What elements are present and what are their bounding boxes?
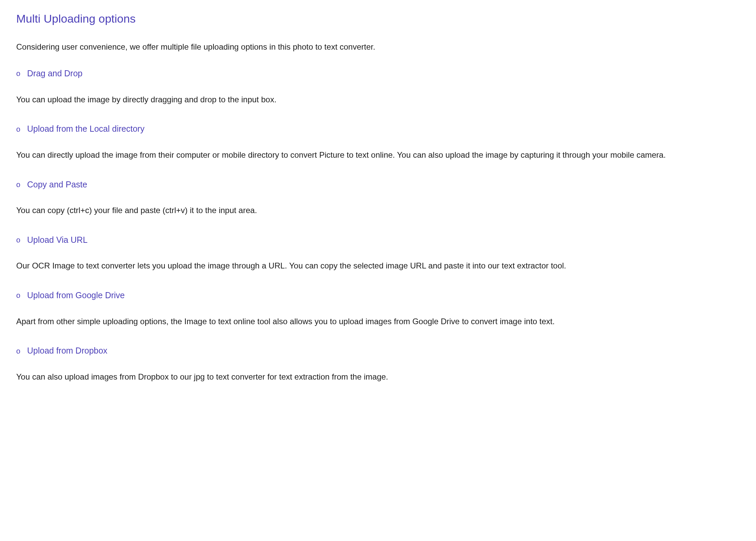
sub-heading-text: Upload Via URL bbox=[27, 234, 87, 247]
sub-heading: o Upload from the Local directory bbox=[16, 123, 740, 135]
body-paragraph: You can upload the image by directly dra… bbox=[16, 91, 740, 109]
body-paragraph: You can copy (ctrl+c) your file and past… bbox=[16, 202, 740, 220]
subsection-upload-url: o Upload Via URL Our OCR Image to text c… bbox=[16, 234, 740, 275]
sub-heading-text: Copy and Paste bbox=[27, 178, 87, 191]
sub-heading: o Upload from Google Drive bbox=[16, 289, 740, 302]
sub-heading-text: Upload from Dropbox bbox=[27, 344, 107, 357]
bullet-icon: o bbox=[16, 179, 20, 190]
subsection-drag-drop: o Drag and Drop You can upload the image… bbox=[16, 67, 740, 108]
bullet-icon: o bbox=[16, 124, 20, 135]
sub-heading: o Drag and Drop bbox=[16, 67, 740, 80]
main-heading: Multi Uploading options bbox=[16, 10, 740, 27]
sub-heading: o Upload Via URL bbox=[16, 234, 740, 247]
body-paragraph: You can also upload images from Dropbox … bbox=[16, 368, 740, 386]
body-paragraph: You can directly upload the image from t… bbox=[16, 146, 740, 164]
sub-heading: o Upload from Dropbox bbox=[16, 344, 740, 357]
bullet-icon: o bbox=[16, 68, 20, 79]
subsection-copy-paste: o Copy and Paste You can copy (ctrl+c) y… bbox=[16, 178, 740, 220]
bullet-icon: o bbox=[16, 345, 20, 357]
sub-heading-text: Upload from the Local directory bbox=[27, 123, 144, 135]
subsection-local-directory: o Upload from the Local directory You ca… bbox=[16, 123, 740, 164]
body-paragraph: Apart from other simple uploading option… bbox=[16, 313, 740, 331]
subsection-google-drive: o Upload from Google Drive Apart from ot… bbox=[16, 289, 740, 330]
body-paragraph: Our OCR Image to text converter lets you… bbox=[16, 257, 740, 275]
subsection-dropbox: o Upload from Dropbox You can also uploa… bbox=[16, 344, 740, 386]
sub-heading: o Copy and Paste bbox=[16, 178, 740, 191]
sub-heading-text: Upload from Google Drive bbox=[27, 289, 125, 302]
sub-heading-text: Drag and Drop bbox=[27, 67, 82, 80]
bullet-icon: o bbox=[16, 290, 20, 301]
intro-paragraph: Considering user convenience, we offer m… bbox=[16, 41, 740, 53]
bullet-icon: o bbox=[16, 234, 20, 246]
